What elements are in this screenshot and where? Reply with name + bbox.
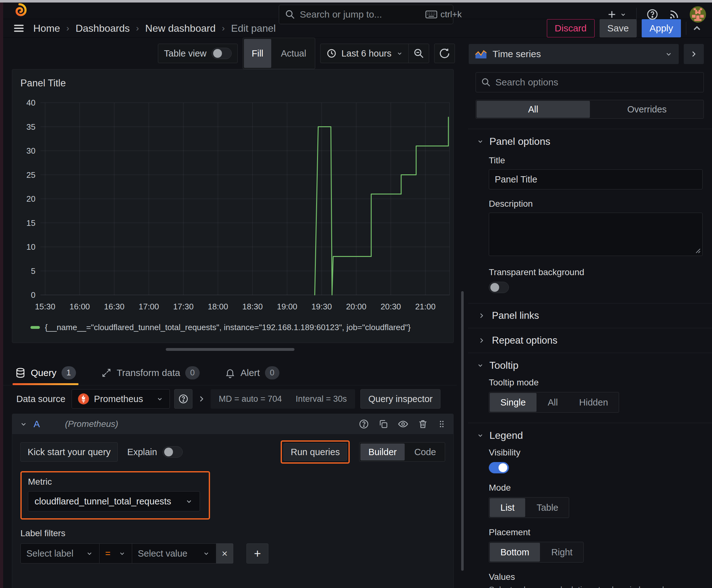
chevron-right-icon	[689, 49, 698, 59]
builder-option[interactable]: Builder	[360, 443, 404, 460]
time-series-chart[interactable]: 051015202530354015:3016:0016:3017:0017:3…	[15, 100, 451, 321]
transform-count-badge: 0	[185, 366, 200, 379]
breadcrumb-new-dashboard[interactable]: New dashboard	[145, 23, 216, 34]
panel-title-input[interactable]	[489, 169, 703, 189]
time-range-button[interactable]: Last 6 hours	[326, 48, 408, 59]
code-option[interactable]: Code	[406, 443, 445, 461]
options-search-input[interactable]	[495, 77, 698, 88]
select-label-dropdown[interactable]: Select label	[20, 543, 100, 564]
chart-legend[interactable]: {__name__="cloudflared_tunnel_total_requ…	[12, 322, 453, 332]
run-queries-button[interactable]: Run queries	[283, 443, 347, 461]
panel-description-textarea[interactable]	[489, 213, 703, 256]
legend-series-label[interactable]: {__name__="cloudflared_tunnel_total_requ…	[45, 322, 411, 332]
vertical-scrollbar[interactable]	[461, 291, 464, 571]
breadcrumb-separator: ›	[222, 23, 225, 33]
placement-right-option[interactable]: Right	[541, 542, 583, 562]
global-search[interactable]: ctrl+k	[279, 5, 453, 24]
query-ref-id[interactable]: A	[34, 419, 40, 429]
user-avatar[interactable]	[689, 6, 706, 23]
tab-all-options[interactable]: All	[477, 101, 590, 118]
alert-count-badge: 0	[265, 366, 279, 379]
select-value-dropdown[interactable]: Select value	[132, 543, 216, 564]
news-rss-button[interactable]	[668, 8, 680, 20]
chevron-down-icon	[118, 549, 126, 558]
duplicate-query-icon[interactable]	[378, 419, 389, 429]
legend-mode-label: Mode	[468, 483, 712, 493]
transparent-background-toggle[interactable]	[489, 282, 509, 293]
legend-visibility-toggle[interactable]	[489, 462, 509, 474]
bell-icon	[225, 368, 235, 378]
grafana-logo[interactable]	[11, 2, 28, 19]
add-filter-button[interactable]: +	[246, 543, 268, 564]
panel-resize-handle[interactable]	[166, 348, 295, 351]
kick-start-query-button[interactable]: Kick start your query	[20, 442, 118, 462]
panel-links-section[interactable]: Panel links	[468, 303, 712, 328]
zoom-out-time-button[interactable]	[409, 44, 429, 63]
breadcrumb-separator: ›	[66, 23, 69, 33]
breadcrumb-dashboards[interactable]: Dashboards	[75, 23, 130, 34]
discard-button[interactable]: Discard	[547, 19, 595, 37]
chevron-down-icon	[396, 50, 404, 57]
fill-option[interactable]: Fill	[244, 39, 271, 68]
datasource-row: Data source Prometheus MD = auto = 704	[3, 385, 457, 413]
transform-icon	[101, 368, 112, 378]
tooltip-hidden-option[interactable]: Hidden	[568, 392, 619, 413]
legend-list-option[interactable]: List	[490, 498, 525, 517]
datasource-picker[interactable]: Prometheus	[71, 389, 170, 408]
legend-table-option[interactable]: Table	[526, 498, 569, 518]
tooltip-section[interactable]: Tooltip	[468, 353, 712, 378]
repeat-options-section[interactable]: Repeat options	[468, 328, 712, 353]
table-view-toggle[interactable]	[212, 48, 232, 59]
tooltip-all-option[interactable]: All	[537, 392, 568, 413]
tab-overrides[interactable]: Overrides	[590, 100, 704, 119]
resize-grip-icon[interactable]	[694, 247, 701, 253]
datasource-name: Prometheus	[94, 394, 143, 404]
interval-summary: Interval = 30s	[296, 394, 347, 404]
query-options-summary[interactable]: MD = auto = 704 Interval = 30s	[211, 389, 355, 408]
toggle-options-pane-button[interactable]	[684, 44, 704, 64]
explain-control: Explain	[127, 446, 183, 458]
svg-text:16:30: 16:30	[104, 302, 124, 311]
datasource-help-button[interactable]	[174, 389, 192, 408]
menu-hamburger-icon[interactable]	[13, 22, 25, 35]
panel-options-section[interactable]: Panel options	[468, 129, 712, 153]
explain-toggle[interactable]	[163, 446, 183, 458]
query-row-header[interactable]: A (Prometheus)	[12, 414, 453, 434]
metric-annotation: Metric cloudflared_tunnel_total_requests	[20, 471, 210, 520]
tab-transform-data[interactable]: Transform data 0	[99, 360, 202, 385]
global-search-input[interactable]	[300, 9, 421, 20]
tooltip-mode-switch: Single All Hidden	[489, 392, 619, 413]
svg-text:40: 40	[26, 100, 36, 107]
placement-bottom-option[interactable]: Bottom	[490, 543, 540, 562]
legend-section[interactable]: Legend	[468, 423, 712, 447]
query-help-icon[interactable]	[359, 419, 369, 429]
tab-alert[interactable]: Alert 0	[222, 360, 282, 385]
metric-select[interactable]: cloudflared_tunnel_total_requests	[28, 491, 200, 511]
query-inspector-button[interactable]: Query inspector	[360, 389, 440, 408]
drag-handle-icon[interactable]	[437, 419, 447, 429]
visualization-picker[interactable]: Time series	[469, 44, 679, 64]
legend-series-marker	[30, 326, 40, 329]
svg-text:20:30: 20:30	[381, 302, 401, 311]
add-menu-button[interactable]	[606, 9, 627, 20]
options-expand-icon[interactable]	[197, 394, 206, 404]
remove-filter-button[interactable]: ×	[216, 543, 233, 564]
svg-text:20:00: 20:00	[346, 302, 366, 311]
help-button[interactable]	[646, 8, 659, 21]
query-count-badge: 1	[62, 366, 76, 379]
actual-option[interactable]: Actual	[272, 38, 315, 69]
chevron-down-icon	[85, 549, 93, 558]
delete-query-icon[interactable]	[417, 419, 428, 429]
options-search[interactable]	[476, 72, 704, 92]
chevron-down-icon	[619, 11, 627, 18]
tab-query[interactable]: Query 1	[13, 360, 79, 385]
hide-query-icon[interactable]	[397, 418, 409, 430]
search-shortcut-label: ctrl+k	[440, 9, 462, 19]
breadcrumb-home[interactable]: Home	[33, 23, 60, 34]
chevron-down-icon	[202, 549, 210, 558]
operator-dropdown[interactable]: =	[100, 543, 132, 564]
breadcrumb-separator: ›	[136, 23, 139, 33]
chevron-down-icon	[476, 137, 484, 145]
tooltip-single-option[interactable]: Single	[490, 393, 537, 412]
refresh-button[interactable]	[434, 44, 455, 63]
